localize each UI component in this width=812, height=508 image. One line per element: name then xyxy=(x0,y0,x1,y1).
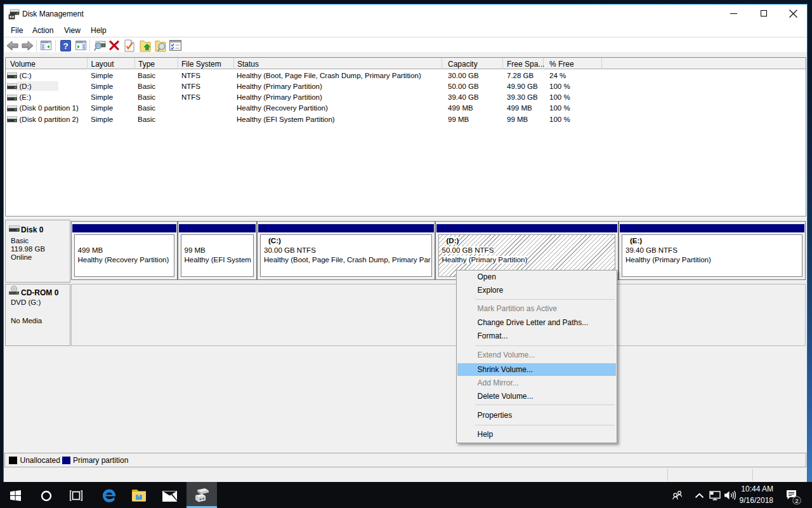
svg-text:?: ? xyxy=(63,41,68,51)
svg-text:2: 2 xyxy=(795,497,798,504)
